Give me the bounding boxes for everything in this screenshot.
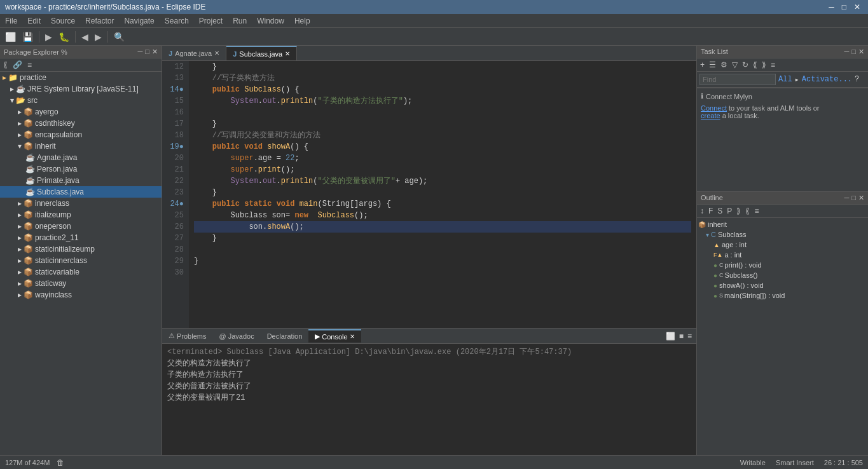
console-stop-btn[interactable]: ■ [677,331,685,341]
tab-console[interactable]: ▶ Console ✕ [308,329,361,343]
tree-oneperson[interactable]: ▸ 📦 oneperson [0,221,162,232]
outline-maximize[interactable]: □ [851,194,856,202]
pe-close[interactable]: ✕ [152,48,158,56]
tree-csdnthiskey[interactable]: ▸ 📦 csdnthiskey [0,118,162,129]
tree-encapsulation[interactable]: ▸ 📦 encapsulation [0,129,162,140]
menu-search[interactable]: Search [160,17,194,25]
outline-hide-fields[interactable]: F [706,206,715,216]
outline-main[interactable]: ● S main(String[]) : void [698,290,867,301]
menu-file[interactable]: File [0,17,22,25]
task-activate-label[interactable]: Activate... [802,75,852,84]
tab-problems[interactable]: ⚠ Problems [162,330,212,342]
bottom-panel: ⚠ Problems @ Javadoc Declaration ▶ Conso… [162,328,696,455]
task-list-view[interactable]: ☰ [707,60,718,70]
toolbar-prev[interactable]: ◀ [79,31,91,43]
mylyn-connect-link[interactable]: Connect [701,104,727,112]
tab-subclass[interactable]: J Subclass.java ✕ [226,46,297,60]
pe-menu[interactable]: ≡ [25,60,34,70]
minimize-btn[interactable]: ─ [826,3,837,11]
tree-staticinitializeump[interactable]: ▸ 📦 staticinitializeump [0,243,162,255]
task-header: Task List ─ □ ✕ [697,46,868,58]
outline-a[interactable]: F▲ a : int [698,250,867,260]
close-btn[interactable]: ✕ [851,3,863,11]
task-close[interactable]: ✕ [858,48,864,56]
task-new[interactable]: + [698,60,706,70]
outline-hide-static[interactable]: S [715,206,724,216]
toolbar-new[interactable]: ⬜ [3,31,18,43]
outline-close[interactable]: ✕ [858,194,864,202]
tree-primate[interactable]: ☕ Primate.java [0,175,162,186]
gc-button[interactable]: 🗑 [55,458,66,468]
task-expand[interactable]: ⟫ [760,60,768,70]
mylyn-create-link[interactable]: create [701,112,720,119]
menu-navigate[interactable]: Navigate [119,17,159,25]
menu-help[interactable]: Help [289,17,315,25]
pe-link[interactable]: 🔗 [11,60,24,70]
console-clear-btn[interactable]: ⬜ [664,331,677,341]
maximize-btn[interactable]: □ [839,3,849,11]
outline-hide-nonpublic[interactable]: P [725,206,734,216]
task-collapse[interactable]: ⟪ [751,60,759,70]
tree-staticway[interactable]: ▸ 📦 staticway [0,278,162,289]
outline-collapse[interactable]: ⟪ [743,206,752,216]
outline-constructor[interactable]: ● C Subclass() [698,270,867,280]
menu-project[interactable]: Project [194,17,228,25]
pe-minimize[interactable]: ─ [138,48,143,56]
code-editor[interactable]: 12 13 14● 15 16 17 18 19● 20 21 22 23 24… [162,61,696,328]
toolbar-save[interactable]: 💾 [20,31,36,43]
toolbar-debug[interactable]: 🐛 [56,31,72,43]
console-options-btn[interactable]: ≡ [685,331,694,341]
code-content[interactable]: } //写子类构造方法 public Subclass() { System.o… [189,61,696,328]
task-filter[interactable]: ▽ [730,60,740,70]
toolbar-next[interactable]: ▶ [92,31,104,43]
tree-itializeump[interactable]: ▸ 📦 itializeump [0,209,162,221]
task-settings[interactable]: ⚙ [719,60,729,70]
tab-agnate[interactable]: J Agnate.java ✕ [162,46,226,60]
tree-wayinclass[interactable]: ▸ 📦 wayinclass [0,289,162,301]
tree-practice[interactable]: ▸ 📁 practice [0,72,162,83]
tree-inherit[interactable]: ▾ 📦 inherit [0,140,162,152]
task-maximize[interactable]: □ [851,48,856,56]
outline-age[interactable]: ▲ age : int [698,240,867,250]
tab-agnate-close[interactable]: ✕ [214,50,219,57]
outline-sort[interactable]: ↕ [698,206,706,216]
tree-ayergo[interactable]: ▸ 📦 ayergo [0,106,162,118]
tree-jre[interactable]: ▸ ☕ JRE System Library [JavaSE-11] [0,83,162,95]
tree-agnate[interactable]: ☕ Agnate.java [0,152,162,163]
toolbar-run[interactable]: ▶ [43,31,55,43]
tree-src[interactable]: ▾ 📂 src [0,95,162,106]
tab-subclass-close[interactable]: ✕ [285,50,290,57]
pe-maximize[interactable]: □ [145,48,149,56]
tree-innerclass[interactable]: ▸ 📦 innerclass [0,198,162,209]
menu-run[interactable]: Run [228,17,252,25]
title-bar-controls[interactable]: ─ □ ✕ [826,3,863,11]
tab-console-close[interactable]: ✕ [350,333,355,340]
tree-staticinnerclass[interactable]: ▸ 📦 staticinnerclass [0,255,162,266]
task-all-label[interactable]: All [778,75,792,84]
task-find-input[interactable] [699,74,776,85]
menu-source[interactable]: Source [46,17,80,25]
tab-declaration[interactable]: Declaration [261,330,309,342]
tree-practice211[interactable]: ▸ 📦 practice2_11 [0,232,162,243]
menu-refactor[interactable]: Refactor [80,17,119,25]
task-help[interactable]: ? [855,75,859,84]
outline-expand[interactable]: ⟫ [734,206,743,216]
main-layout: Package Explorer % ─ □ ✕ ⟪ 🔗 ≡ ▸ 📁 pract… [0,46,868,455]
pe-collapse-all[interactable]: ⟪ [1,60,10,70]
task-refresh[interactable]: ↻ [740,60,750,70]
task-menu[interactable]: ≡ [769,60,777,70]
outline-showa[interactable]: ● showA() : void [698,280,867,290]
tab-javadoc[interactable]: @ Javadoc [212,330,260,342]
menu-edit[interactable]: Edit [22,17,46,25]
task-minimize[interactable]: ─ [844,48,850,56]
outline-print[interactable]: ● C print() : void [698,260,867,270]
outline-menu[interactable]: ≡ [752,206,761,216]
outline-minimize[interactable]: ─ [844,194,850,202]
tree-person[interactable]: ☕ Person.java [0,163,162,175]
outline-inherit[interactable]: 📦 inherit [698,219,867,229]
menu-window[interactable]: Window [252,17,289,25]
tree-staticvariable[interactable]: ▸ 📦 staticvariable [0,266,162,278]
outline-subclass[interactable]: ▾ C Subclass [698,229,867,240]
toolbar-search[interactable]: 🔍 [111,31,127,43]
tree-subclass[interactable]: ☕ Subclass.java [0,186,162,198]
